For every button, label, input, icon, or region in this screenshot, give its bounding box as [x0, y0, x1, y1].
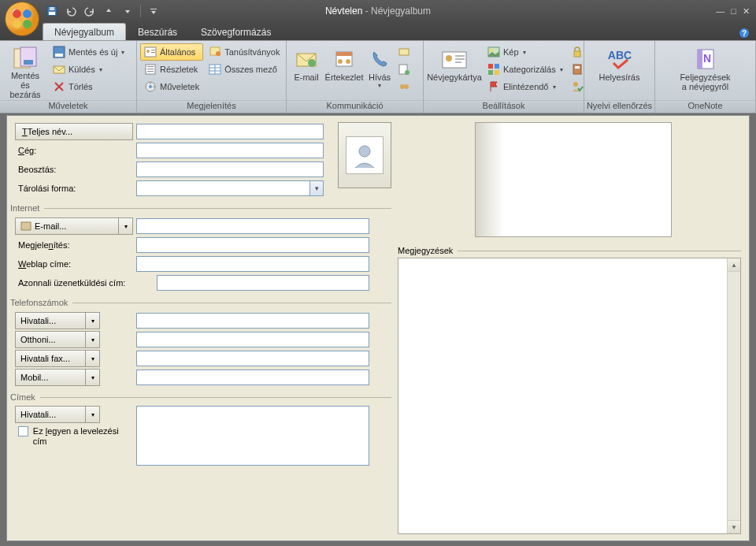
fileas-combo[interactable]: ▾	[136, 180, 324, 196]
email-button[interactable]: E-mail	[290, 43, 323, 100]
svg-rect-50	[488, 64, 493, 69]
phone-business-input[interactable]	[136, 313, 369, 329]
title-bar: Névtelen - Névjegyalbum — □ ✕	[0, 0, 756, 22]
svg-point-37	[346, 59, 350, 64]
group-onenote: N Feljegyzések a névjegyről OneNote	[655, 41, 756, 113]
svg-rect-60	[698, 50, 702, 69]
business-card-preview[interactable]	[475, 122, 672, 237]
bizcard-icon	[441, 46, 468, 72]
company-input[interactable]	[136, 143, 324, 158]
window-title: Névtelen - Névjegyalbum	[325, 6, 431, 17]
email-selector[interactable]: E-mail... ▾	[15, 217, 133, 235]
meeting-button[interactable]: Értekezlet	[324, 43, 364, 100]
send-button[interactable]: Küldés▾	[49, 61, 128, 78]
chevron-down-icon[interactable]: ▾	[85, 407, 99, 422]
minimize-button[interactable]: —	[716, 6, 724, 17]
svg-rect-47	[455, 61, 461, 63]
private-button[interactable]	[569, 43, 586, 61]
svg-text:?: ?	[742, 29, 747, 38]
comm-extra2[interactable]	[395, 61, 413, 78]
phone-home-selector[interactable]: Otthoni...▾	[15, 331, 100, 348]
categorize-button[interactable]: Kategorizálás▾	[484, 61, 567, 78]
webpage-input[interactable]	[136, 256, 369, 272]
save-new-button[interactable]: Mentés és új▾	[49, 43, 128, 61]
im-label: Azonnali üzenetküldési cím:	[15, 278, 154, 288]
fullname-input[interactable]	[136, 124, 324, 139]
chevron-down-icon[interactable]: ▾	[309, 181, 323, 195]
bizcard-button[interactable]: Névjegykártya	[427, 43, 482, 100]
details-icon	[144, 63, 157, 76]
save-close-button[interactable]: Mentés és bezárás	[3, 43, 47, 100]
address-input[interactable]	[136, 406, 369, 466]
show-details-button[interactable]: Részletek	[140, 61, 203, 78]
chevron-down-icon[interactable]: ▾	[85, 351, 99, 366]
fullname-button[interactable]: TTeljes név...	[15, 123, 133, 140]
qat-undo-icon[interactable]	[63, 3, 79, 19]
phone-bfax-input[interactable]	[136, 351, 369, 366]
spelling-button[interactable]: ABC Helyesírás	[588, 43, 651, 100]
qat-customize-icon[interactable]	[146, 3, 161, 19]
phone-bfax-selector[interactable]: Hivatali fax...▾	[15, 350, 100, 367]
scroll-down-icon[interactable]: ▼	[728, 520, 740, 533]
svg-point-27	[216, 51, 220, 56]
addresses-header: Címek	[10, 392, 391, 403]
chevron-down-icon[interactable]: ▾	[85, 313, 99, 329]
company-label: Cég:	[15, 146, 133, 155]
mailing-address-checkbox[interactable]: Ez legyen a levelezési cím	[15, 423, 133, 447]
chevron-down-icon[interactable]: ▾	[118, 218, 132, 234]
comm-extra3[interactable]	[395, 78, 413, 95]
app-name: Névjegyalbum	[371, 6, 431, 17]
tab-contact[interactable]: Névjegyalbum	[43, 23, 126, 40]
scroll-up-icon[interactable]: ▲	[728, 258, 740, 272]
comm-extra1[interactable]	[395, 43, 413, 61]
show-activities-button[interactable]: Műveletek	[140, 78, 203, 95]
svg-rect-51	[495, 64, 499, 69]
svg-rect-22	[147, 69, 154, 69]
abc-icon: ABC	[602, 46, 637, 72]
notes-textarea[interactable]: ⚐ ▲ ▼	[398, 258, 741, 534]
qat-prev-icon[interactable]	[101, 3, 117, 19]
group-actions: Mentés és bezárás Mentés és új▾ Küldés▾ …	[0, 41, 137, 113]
scrollbar[interactable]: ▲ ▼	[727, 258, 740, 533]
call-button[interactable]: Hívás▾	[365, 43, 394, 100]
group-show: Általános Részletek Műveletek Tanúsítván…	[137, 41, 287, 113]
delete-button[interactable]: Törlés	[49, 78, 128, 95]
phone-mobile-input[interactable]	[136, 370, 369, 385]
phone-mobile-selector[interactable]: Mobil...▾	[15, 369, 100, 386]
chevron-down-icon[interactable]: ▾	[85, 332, 99, 347]
svg-rect-35	[336, 52, 352, 56]
svg-text:N: N	[702, 52, 710, 65]
checkbox-icon[interactable]	[18, 426, 28, 436]
addr-business-selector[interactable]: Hivatali...▾	[15, 406, 100, 423]
qat-next-icon[interactable]	[120, 3, 135, 19]
tab-formattext[interactable]: Szövegformázás	[189, 23, 283, 40]
maximize-button[interactable]: □	[731, 6, 736, 17]
svg-rect-54	[574, 51, 580, 57]
tab-insert[interactable]: Beszúrás	[126, 23, 189, 40]
addrbook-button[interactable]	[569, 61, 586, 78]
checknames-button[interactable]	[569, 78, 586, 95]
close-button[interactable]: ✕	[743, 6, 750, 17]
phones-header: Telefonszámok	[10, 297, 391, 308]
office-button[interactable]	[5, 2, 39, 36]
email-input[interactable]	[136, 218, 369, 234]
im-input[interactable]	[157, 275, 369, 291]
phone-home-input[interactable]	[136, 332, 369, 347]
svg-point-62	[359, 146, 370, 157]
qat-save-icon[interactable]	[44, 3, 60, 19]
show-allfields-button[interactable]: Összes mező	[205, 61, 284, 78]
qat-redo-icon[interactable]	[82, 3, 98, 19]
picture-button[interactable]: Kép▾	[484, 43, 567, 61]
show-certs-button[interactable]: Tanúsítványok	[205, 43, 284, 61]
show-general-button[interactable]: Általános	[140, 43, 203, 61]
chevron-down-icon[interactable]: ▾	[85, 370, 99, 385]
help-button[interactable]: ?	[732, 26, 756, 40]
svg-rect-12	[24, 60, 33, 65]
jobtitle-input[interactable]	[136, 162, 324, 177]
group-proofing: ABC Helyesírás Nyelvi ellenőrzés	[584, 41, 655, 113]
contact-photo[interactable]	[338, 122, 391, 188]
followup-button[interactable]: Elintézendő▾	[484, 78, 567, 95]
onenote-button[interactable]: N Feljegyzések a névjegyről	[676, 43, 735, 100]
displayas-input[interactable]	[136, 237, 369, 253]
phone-business-selector[interactable]: Hivatali...▾	[15, 312, 100, 329]
